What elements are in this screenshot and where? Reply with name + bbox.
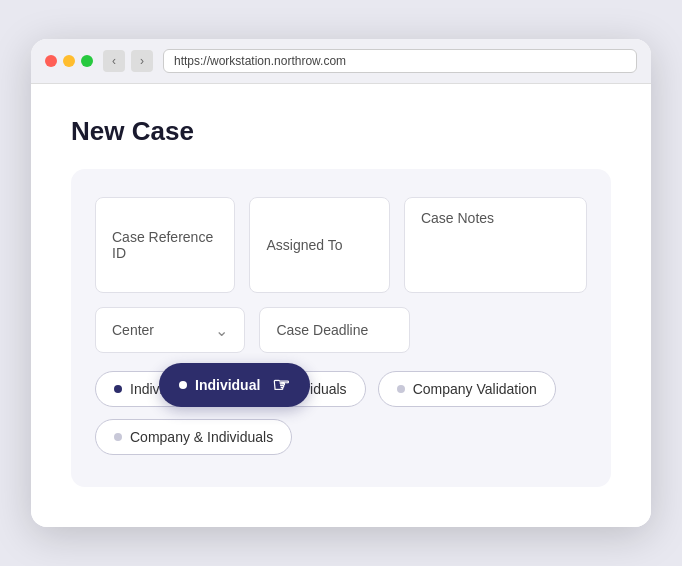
tag-dot-individual <box>114 385 122 393</box>
maximize-button[interactable] <box>81 55 93 67</box>
case-deadline-field[interactable]: Case Deadline <box>259 307 409 353</box>
case-reference-id-field[interactable]: Case Reference ID <box>95 197 235 293</box>
url-text: https://workstation.northrow.com <box>174 54 346 68</box>
center-field[interactable]: Center ⌄ <box>95 307 245 353</box>
center-label: Center <box>112 322 154 338</box>
browser-content: New Case Case Reference ID Assigned To C… <box>31 84 651 527</box>
tooltip-dot <box>179 381 187 389</box>
company-validation-tag[interactable]: Company Validation <box>378 371 556 407</box>
close-button[interactable] <box>45 55 57 67</box>
company-individuals-label: Company & Individuals <box>130 429 273 445</box>
individual-tooltip[interactable]: Individual ☞ <box>159 363 310 407</box>
case-deadline-label: Case Deadline <box>276 322 368 338</box>
tooltip-label: Individual <box>195 377 260 393</box>
nav-buttons: ‹ › <box>103 50 153 72</box>
page-title: New Case <box>71 116 611 147</box>
cursor-icon: ☞ <box>272 373 290 397</box>
back-button[interactable]: ‹ <box>103 50 125 72</box>
browser-chrome: ‹ › https://workstation.northrow.com <box>31 39 651 84</box>
case-reference-id-label: Case Reference ID <box>112 229 218 261</box>
form-card: Case Reference ID Assigned To Case Notes… <box>71 169 611 487</box>
minimize-button[interactable] <box>63 55 75 67</box>
form-row-1: Case Reference ID Assigned To Case Notes <box>95 197 587 293</box>
forward-button[interactable]: › <box>131 50 153 72</box>
browser-window: ‹ › https://workstation.northrow.com New… <box>31 39 651 527</box>
case-notes-field[interactable]: Case Notes <box>404 197 587 293</box>
form-row-2: Center ⌄ Case Deadline <box>95 307 587 353</box>
assigned-to-label: Assigned To <box>266 237 342 253</box>
company-individuals-tag[interactable]: Company & Individuals <box>95 419 292 455</box>
company-validation-label: Company Validation <box>413 381 537 397</box>
chevron-down-icon: ⌄ <box>215 321 228 340</box>
tag-dot-company-validation <box>397 385 405 393</box>
assigned-to-field[interactable]: Assigned To <box>249 197 389 293</box>
tag-dot-company-individuals <box>114 433 122 441</box>
address-bar[interactable]: https://workstation.northrow.com <box>163 49 637 73</box>
tags-row: Individu… Individual ☞ Joint Individuals… <box>95 371 587 455</box>
case-notes-label: Case Notes <box>421 210 494 226</box>
traffic-lights <box>45 55 93 67</box>
